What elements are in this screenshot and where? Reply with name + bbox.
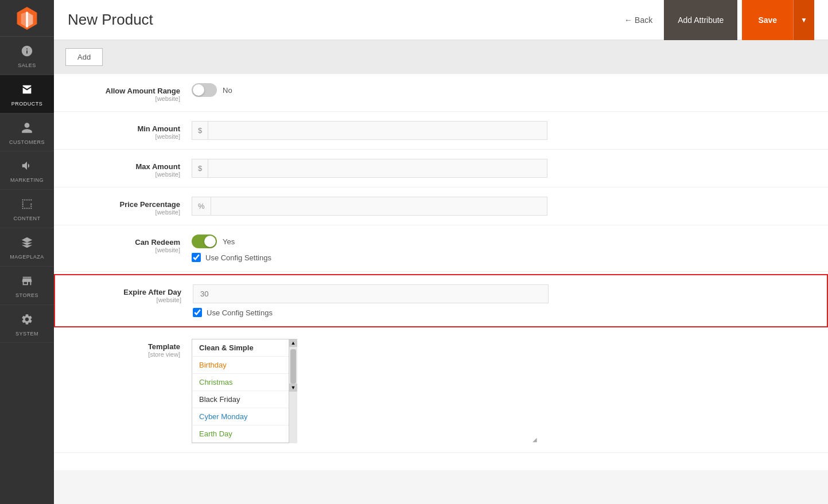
- expire-after-day-checkbox-row: Use Config Settings: [193, 308, 549, 317]
- template-scrollbar[interactable]: ▲ ▼: [289, 339, 297, 443]
- allow-amount-range-scope: [website]: [65, 95, 180, 102]
- max-amount-scope: [website]: [65, 171, 180, 178]
- allow-amount-range-label: Allow Amount Range: [65, 87, 180, 95]
- sidebar-item-system[interactable]: SYSTEM: [0, 305, 54, 343]
- can-redeem-label: Can Redeem: [65, 238, 180, 247]
- products-icon: [21, 83, 33, 99]
- can-redeem-scope: [website]: [65, 247, 180, 253]
- sidebar-item-label-products: PRODUCTS: [11, 101, 43, 107]
- content-icon: [21, 198, 33, 213]
- can-redeem-toggle-wrapper: Yes: [192, 235, 547, 248]
- template-option-black-friday[interactable]: Black Friday: [192, 391, 289, 408]
- toggle-knob: [193, 84, 204, 96]
- template-select[interactable]: Clean & Simple Birthday Christmas Black …: [192, 339, 289, 443]
- allow-amount-range-label-group: Allow Amount Range [website]: [65, 83, 192, 102]
- page-header: New Product ← Back Add Attribute Save ▼: [54, 0, 828, 40]
- expire-after-day-checkbox-label[interactable]: Use Config Settings: [207, 308, 273, 317]
- sidebar-item-mageplaza[interactable]: MAGEPLAZA: [0, 228, 54, 267]
- min-amount-scope: [website]: [65, 133, 180, 140]
- min-amount-input[interactable]: [208, 122, 547, 139]
- expire-after-day-checkbox[interactable]: [193, 308, 202, 317]
- can-redeem-checkbox[interactable]: [192, 253, 201, 262]
- allow-amount-range-row: Allow Amount Range [website] No: [54, 74, 828, 112]
- add-button[interactable]: Add: [65, 48, 103, 66]
- resize-handle[interactable]: ◢: [532, 436, 539, 443]
- toggle-knob: [204, 236, 216, 247]
- allow-amount-range-toggle[interactable]: [192, 83, 217, 97]
- can-redeem-label-group: Can Redeem [website]: [65, 235, 192, 253]
- template-select-wrapper: Clean & Simple Birthday Christmas Black …: [192, 339, 547, 443]
- max-amount-label: Max Amount: [65, 162, 180, 171]
- can-redeem-toggle[interactable]: [192, 235, 217, 248]
- chevron-down-icon: ▼: [800, 16, 807, 24]
- content-area: Add Allow Amount Range [website] No: [54, 40, 828, 504]
- marketing-icon: [21, 159, 33, 175]
- add-row: Add: [54, 40, 828, 74]
- max-amount-row: Max Amount [website] $: [54, 150, 828, 187]
- template-label: Template: [65, 342, 180, 351]
- system-icon: [21, 313, 33, 329]
- sidebar-item-sales[interactable]: SALES: [0, 37, 54, 75]
- max-amount-prefix: $: [192, 159, 208, 177]
- header-actions: ← Back Add Attribute Save ▼: [617, 0, 814, 40]
- template-option-cyber-monday[interactable]: Cyber Monday: [192, 408, 289, 425]
- allow-amount-range-control: No: [192, 83, 547, 97]
- form-area: Add Allow Amount Range [website] No: [54, 40, 828, 470]
- stores-icon: [21, 275, 33, 290]
- can-redeem-toggle-label: Yes: [223, 237, 235, 246]
- price-percentage-label-group: Price Percentage [website]: [65, 197, 192, 216]
- sidebar-item-customers[interactable]: CUSTOMERS: [0, 114, 54, 152]
- sales-icon: [21, 45, 33, 60]
- sidebar-item-products[interactable]: PRODUCTS: [0, 75, 54, 114]
- min-amount-label-group: Min Amount [website]: [65, 121, 192, 140]
- main-content: New Product ← Back Add Attribute Save ▼ …: [54, 0, 828, 504]
- sidebar-item-marketing[interactable]: MARKETING: [0, 151, 54, 190]
- min-amount-row: Min Amount [website] $: [54, 112, 828, 150]
- template-scope: [store view]: [65, 351, 180, 358]
- allow-amount-range-toggle-label: No: [223, 86, 232, 95]
- template-option-birthday[interactable]: Birthday: [192, 357, 289, 374]
- sidebar-item-label-sales: SALES: [18, 62, 36, 69]
- expire-after-day-control: Use Config Settings: [193, 284, 549, 317]
- price-percentage-input[interactable]: [211, 197, 547, 215]
- expire-after-day-input[interactable]: [193, 284, 549, 303]
- template-option-clean-simple[interactable]: Clean & Simple: [192, 339, 289, 357]
- sidebar-item-label-marketing: MARKETING: [10, 177, 44, 183]
- sidebar-item-label-content: CONTENT: [14, 216, 41, 222]
- back-label: Back: [635, 15, 652, 25]
- max-amount-control: $: [192, 159, 547, 178]
- scroll-up-arrow[interactable]: ▲: [289, 339, 297, 347]
- sidebar: SALES PRODUCTS CUSTOMERS MARKETING CONTE…: [0, 0, 54, 504]
- template-option-christmas[interactable]: Christmas: [192, 374, 289, 391]
- page-title: New Product: [68, 11, 617, 29]
- can-redeem-checkbox-row: Use Config Settings: [192, 253, 547, 262]
- expire-after-day-label: Expire After Day: [67, 288, 181, 296]
- scroll-down-arrow[interactable]: ▼: [289, 384, 297, 392]
- expire-after-day-row: Expire After Day [website] Use Config Se…: [54, 274, 828, 327]
- price-percentage-prefix: %: [192, 197, 211, 215]
- can-redeem-checkbox-label[interactable]: Use Config Settings: [205, 253, 271, 262]
- sidebar-item-stores[interactable]: STORES: [0, 267, 54, 305]
- logo[interactable]: [0, 0, 54, 37]
- max-amount-label-group: Max Amount [website]: [65, 159, 192, 178]
- sidebar-item-label-mageplaza: MAGEPLAZA: [10, 254, 44, 260]
- add-attribute-button[interactable]: Add Attribute: [664, 0, 737, 40]
- svg-rect-4: [26, 11, 28, 27]
- template-row: Template [store view] Clean & Simple Bir…: [54, 330, 828, 453]
- expire-after-day-scope: [website]: [67, 296, 181, 303]
- scrollbar-thumb[interactable]: [290, 349, 296, 384]
- save-dropdown-button[interactable]: ▼: [793, 0, 814, 40]
- allow-amount-range-toggle-wrapper: No: [192, 83, 547, 97]
- template-label-group: Template [store view]: [65, 339, 192, 358]
- price-percentage-control: %: [192, 197, 547, 216]
- back-button[interactable]: ← Back: [617, 11, 659, 29]
- max-amount-input[interactable]: [208, 159, 547, 177]
- min-amount-input-wrapper: $: [192, 121, 547, 140]
- customers-icon: [21, 122, 33, 137]
- template-option-earth-day[interactable]: Earth Day: [192, 425, 289, 443]
- expire-after-day-label-group: Expire After Day [website]: [67, 284, 193, 303]
- magento-logo-icon: [15, 7, 38, 30]
- save-button[interactable]: Save: [742, 0, 793, 40]
- back-arrow-icon: ←: [624, 15, 632, 25]
- sidebar-item-content[interactable]: CONTENT: [0, 190, 54, 228]
